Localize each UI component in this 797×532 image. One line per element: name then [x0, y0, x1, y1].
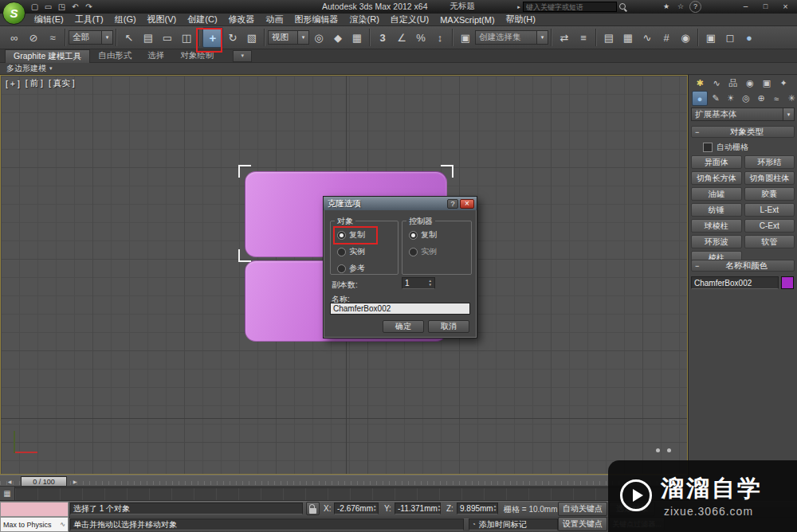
- slider-next-icon[interactable]: ▶: [70, 477, 80, 485]
- viewport-menu-label[interactable]: [ + ]: [6, 79, 20, 88]
- spinner-arrows-icon[interactable]: ▲▼: [373, 505, 376, 512]
- radio-row-instance[interactable]: 实例: [337, 246, 398, 257]
- search-input[interactable]: [523, 2, 617, 12]
- dialog-help-button[interactable]: ?: [447, 199, 458, 209]
- application-logo[interactable]: S: [2, 2, 26, 25]
- track-bar-lane[interactable]: [14, 487, 687, 501]
- track-bar[interactable]: ▦: [0, 487, 688, 501]
- tab-freeform[interactable]: 自由形式: [90, 49, 139, 63]
- time-slider[interactable]: ◀ 0 / 100 ▶: [0, 475, 688, 487]
- close-button[interactable]: ×: [775, 2, 795, 11]
- search-icon[interactable]: [617, 2, 630, 12]
- menu-item-tools[interactable]: 工具(T): [69, 14, 109, 25]
- button-hedra[interactable]: 异面体: [691, 155, 742, 169]
- open-file-icon[interactable]: ▭: [42, 2, 54, 11]
- button-chamfer-cylinder[interactable]: 切角圆柱体: [744, 171, 795, 185]
- maxscript-mini-listener-input[interactable]: Max to Physics ∿: [0, 517, 69, 532]
- menu-item-modifiers[interactable]: 修改器: [223, 14, 261, 25]
- object-color-swatch[interactable]: [781, 276, 794, 289]
- spinner-snap-icon[interactable]: ↕: [430, 28, 450, 47]
- menu-item-edit[interactable]: 编辑(E): [29, 14, 69, 25]
- copies-spinner[interactable]: 1 ▲▼: [402, 277, 435, 289]
- cancel-button[interactable]: 取消: [428, 320, 469, 333]
- dialog-title-bar[interactable]: 克隆选项 ? ×: [324, 197, 477, 210]
- radio-row-controller-copy[interactable]: 复制: [409, 229, 471, 241]
- lights-category-icon[interactable]: ☀: [724, 92, 738, 105]
- select-and-scale-icon[interactable]: ▧: [242, 28, 261, 47]
- coord-z-field[interactable]: 9.895mm ▲▼: [457, 503, 498, 514]
- select-and-manipulate-icon[interactable]: ◆: [328, 28, 347, 47]
- coord-y-field[interactable]: -11.371mm ▲▼: [395, 503, 441, 514]
- dialog-close-button[interactable]: ×: [460, 199, 474, 209]
- minimize-button[interactable]: –: [736, 2, 756, 10]
- create-tab-icon[interactable]: ✱: [692, 76, 708, 90]
- menu-item-graph-editors[interactable]: 图形编辑器: [289, 14, 344, 25]
- select-and-move-icon[interactable]: +: [202, 27, 223, 48]
- subcategory-dropdown[interactable]: 扩展基本体 ▾: [691, 108, 795, 121]
- named-selection-sets-dropdown[interactable]: 创建选择集 ▾: [475, 30, 548, 45]
- rollout-object-type[interactable]: − 对象类型: [691, 126, 795, 138]
- menu-item-create[interactable]: 创建(C): [182, 14, 222, 25]
- modify-tab-icon[interactable]: ∿: [709, 76, 724, 90]
- button-capsule[interactable]: 胶囊: [744, 187, 795, 201]
- tab-graphite-modeling-tools[interactable]: Graphite 建模工具: [5, 49, 90, 63]
- hierarchy-tab-icon[interactable]: 品: [725, 76, 741, 90]
- object-name-input[interactable]: [691, 276, 779, 289]
- menu-item-rendering[interactable]: 渲染(R): [344, 14, 385, 25]
- utilities-tab-icon[interactable]: ✦: [775, 76, 791, 90]
- menu-item-maxscript[interactable]: MAXScript(M): [434, 14, 500, 25]
- angle-snap-icon[interactable]: ∠: [392, 28, 411, 47]
- maximize-button[interactable]: □: [756, 2, 775, 10]
- window-crossing-icon[interactable]: ◫: [177, 28, 196, 47]
- cameras-category-icon[interactable]: ◎: [739, 92, 753, 105]
- layer-manager-icon[interactable]: ▤: [599, 28, 618, 47]
- radio-row-controller-instance[interactable]: 实例: [409, 246, 471, 257]
- button-l-ext[interactable]: L-Ext: [744, 203, 795, 217]
- button-ring-wave[interactable]: 环形波: [691, 235, 742, 248]
- rollout-name-color[interactable]: − 名称和颜色: [691, 260, 795, 272]
- use-pivot-center-icon[interactable]: ◎: [309, 28, 328, 47]
- radio-controller-instance[interactable]: [409, 248, 418, 256]
- tab-object-paint[interactable]: 对象绘制: [172, 49, 222, 63]
- menu-item-views[interactable]: 视图(V): [142, 14, 183, 25]
- communication-center-icon[interactable]: ★: [661, 2, 672, 10]
- bind-to-space-warp-icon[interactable]: ≈: [43, 28, 62, 47]
- helpers-category-icon[interactable]: ⊕: [754, 92, 768, 105]
- select-by-name-icon[interactable]: ▤: [139, 28, 158, 47]
- geometry-category-icon[interactable]: ●: [692, 91, 708, 106]
- unlink-selection-icon[interactable]: ⊘: [24, 28, 43, 47]
- render-setup-icon[interactable]: ▣: [701, 28, 720, 47]
- mini-curve-editor-icon[interactable]: ▦: [0, 487, 15, 500]
- clone-name-input[interactable]: [330, 303, 470, 315]
- save-file-icon[interactable]: ◳: [56, 2, 68, 11]
- autokey-button[interactable]: 自动关键点: [558, 502, 607, 516]
- button-gengon[interactable]: 球棱柱: [691, 219, 742, 233]
- rendered-frame-icon[interactable]: ◻: [720, 28, 740, 47]
- spinner-arrows-icon[interactable]: ▲▼: [429, 280, 432, 287]
- radio-instance[interactable]: [337, 248, 346, 256]
- tab-selection[interactable]: 选择: [139, 49, 172, 63]
- radio-reference[interactable]: [337, 264, 346, 273]
- button-chamfer-box[interactable]: 切角长方体: [691, 171, 742, 185]
- render-production-icon[interactable]: ●: [740, 28, 759, 47]
- curve-editor-icon[interactable]: ∿: [638, 28, 657, 47]
- spinner-arrows-icon[interactable]: ▲▼: [493, 505, 497, 512]
- snaps-toggle-icon[interactable]: 3: [373, 28, 392, 47]
- systems-category-icon[interactable]: ✳: [784, 92, 797, 105]
- schematic-view-icon[interactable]: #: [657, 28, 676, 47]
- radio-controller-copy[interactable]: [409, 231, 418, 240]
- favorites-star-icon[interactable]: ☆: [675, 2, 686, 10]
- menu-item-animation[interactable]: 动画: [261, 14, 289, 25]
- reference-coordinate-dropdown[interactable]: 视图 ▾: [268, 30, 309, 45]
- material-editor-icon[interactable]: ◉: [676, 28, 695, 47]
- spinner-arrows-icon[interactable]: ▲▼: [438, 505, 441, 512]
- select-and-rotate-icon[interactable]: ↻: [223, 28, 242, 47]
- menu-item-group[interactable]: 组(G): [109, 14, 142, 25]
- help-icon[interactable]: ?: [689, 1, 701, 13]
- autogrid-checkbox[interactable]: [703, 143, 713, 152]
- radio-row-copy[interactable]: 复制: [337, 229, 398, 241]
- selection-filter-dropdown[interactable]: 全部 ▾: [69, 30, 113, 45]
- ribbon-toggle-icon[interactable]: ▦: [618, 28, 638, 47]
- button-c-ext[interactable]: C-Ext: [744, 219, 795, 233]
- align-icon[interactable]: ≡: [574, 28, 593, 47]
